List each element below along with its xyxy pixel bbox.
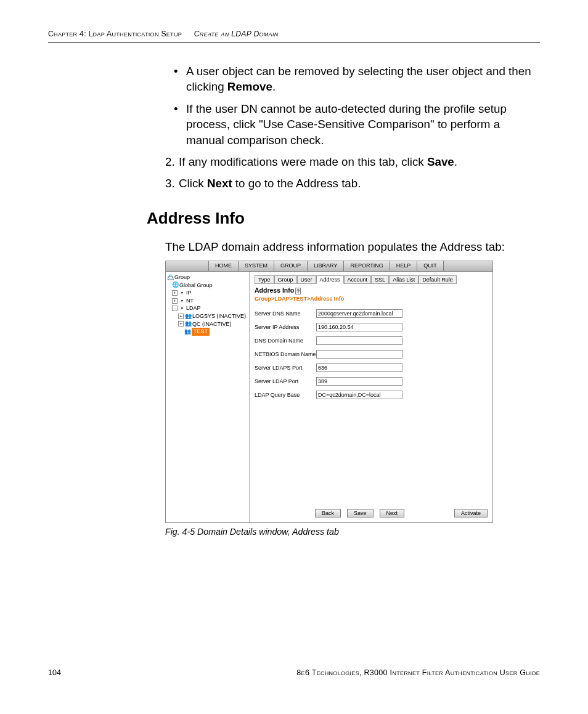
tab-default-rule[interactable]: Default Rule <box>419 275 457 284</box>
figure-caption: Fig. 4-5 Domain Details window, Address … <box>165 527 540 537</box>
label-netbios: NETBIOS Domain Name <box>255 351 316 357</box>
domain-details-window: HOME SYSTEM GROUP LIBRARY REPORTING HELP… <box>165 261 493 523</box>
tab-ssl[interactable]: SSL <box>371 275 389 284</box>
globe-icon: 🌐 <box>172 282 178 288</box>
tree-test[interactable]: 👥 TEST <box>167 328 248 336</box>
tab-alias-list[interactable]: Alias List <box>389 275 419 284</box>
users-icon: 👥 <box>185 321 191 327</box>
label-dns-domain: DNS Domain Name <box>255 338 316 344</box>
header-chapter: Chapter 4: Ldap Authentication Setup <box>48 30 182 38</box>
page-header: Chapter 4: Ldap Authentication Setup Cre… <box>48 30 540 43</box>
input-server-ip[interactable] <box>316 323 402 331</box>
section-intro: The LDAP domain address information popu… <box>165 239 534 254</box>
step-3: 3. Click Next to go to the Address tab. <box>165 176 534 191</box>
users-icon: 👥 <box>185 314 191 319</box>
input-ldap-port[interactable] <box>316 377 402 386</box>
tab-address[interactable]: Address <box>316 275 344 284</box>
bullet-case-sensitive: If the user DN cannot be auto-detected d… <box>165 101 534 148</box>
activate-button[interactable]: Activate <box>454 509 488 517</box>
node-icon: ▪ <box>179 306 185 311</box>
input-netbios[interactable] <box>316 350 402 359</box>
users-icon: 👥 <box>184 329 190 335</box>
tab-group[interactable]: Group <box>274 275 297 284</box>
input-server-dns[interactable] <box>316 309 402 318</box>
section-heading: Address Info <box>147 209 540 228</box>
input-dns-domain[interactable] <box>316 336 402 345</box>
tree-qc[interactable]: + 👥 QC (INACTIVE) <box>167 320 248 328</box>
node-icon: ▪ <box>179 298 185 304</box>
tabs: Type Group User Address Account SSL Alia… <box>255 275 488 284</box>
back-button[interactable]: Back <box>315 509 341 517</box>
page-number: 104 <box>48 668 61 677</box>
tab-account[interactable]: Account <box>344 275 372 284</box>
input-ldaps-port[interactable] <box>316 363 402 372</box>
button-row: Back Save Next Activate <box>255 509 488 517</box>
save-button[interactable]: Save <box>347 509 374 517</box>
tree-global-group[interactable]: 🌐 Global Group <box>167 282 248 290</box>
menu-reporting[interactable]: REPORTING <box>344 261 390 271</box>
tree-logsys[interactable]: + 👥 LOGSYS (INACTIVE) <box>167 312 248 320</box>
minus-icon[interactable]: - <box>172 306 178 311</box>
menu-library[interactable]: LIBRARY <box>308 261 344 271</box>
bullet-remove: A user object can be removed by selectin… <box>165 63 534 95</box>
header-section: Create an LDAP Domain <box>194 30 279 38</box>
input-query-base[interactable] <box>316 391 402 399</box>
tab-user[interactable]: User <box>297 275 316 284</box>
footer-guide: 8e6 Technologies, R3000 Internet Filter … <box>296 668 540 677</box>
step-2: 2. If any modifications were made on thi… <box>165 154 534 169</box>
breadcrumb: Group>LDAP>TEST>Address Info <box>255 296 488 302</box>
label-server-ip: Server IP Address <box>255 324 316 330</box>
plus-icon[interactable]: + <box>172 290 178 296</box>
menu-home[interactable]: HOME <box>209 261 239 271</box>
label-ldap-port: Server LDAP Port <box>255 378 316 384</box>
group-icon: 📇 <box>167 275 173 280</box>
node-icon: ▪ <box>179 290 185 296</box>
plus-icon[interactable]: + <box>172 298 178 304</box>
menu-group[interactable]: GROUP <box>274 261 308 271</box>
label-ldaps-port: Server LDAPS Port <box>255 365 316 371</box>
plus-icon[interactable]: + <box>178 314 184 319</box>
plus-icon[interactable]: + <box>178 321 184 327</box>
label-query-base: LDAP Query Base <box>255 392 316 398</box>
menu-system[interactable]: SYSTEM <box>239 261 274 271</box>
help-icon[interactable]: ? <box>295 288 301 294</box>
menu-help[interactable]: HELP <box>390 261 418 271</box>
menubar: HOME SYSTEM GROUP LIBRARY REPORTING HELP… <box>166 261 492 272</box>
tree-nt[interactable]: + ▪ NT <box>167 297 248 305</box>
menu-quit[interactable]: QUIT <box>417 261 444 271</box>
next-button[interactable]: Next <box>380 509 405 517</box>
tab-type[interactable]: Type <box>255 275 274 284</box>
tree-ldap[interactable]: - ▪ LDAP <box>167 304 248 312</box>
tree-sidebar: 📇 Group 🌐 Global Group + ▪ IP + ▪ NT - ▪… <box>166 272 250 522</box>
main-panel: Type Group User Address Account SSL Alia… <box>250 272 492 522</box>
panel-title: Address Info? <box>255 286 488 294</box>
tree-ip[interactable]: + ▪ IP <box>167 289 248 297</box>
label-server-dns: Server DNS Name <box>255 310 316 317</box>
page-footer: 104 8e6 Technologies, R3000 Internet Fil… <box>48 668 540 677</box>
tree-root[interactable]: 📇 Group <box>167 274 248 282</box>
